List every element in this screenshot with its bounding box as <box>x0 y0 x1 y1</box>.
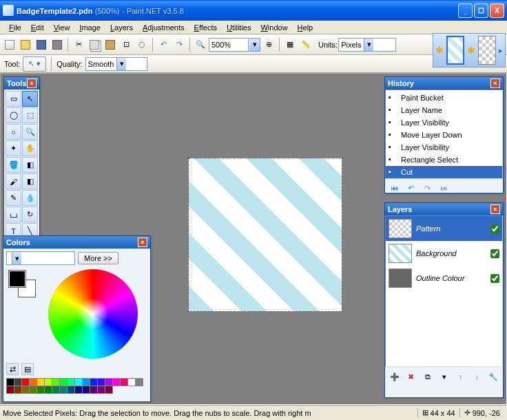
layer-visible-checkbox[interactable] <box>490 224 499 233</box>
delete-layer-button[interactable]: ✖ <box>404 369 419 384</box>
layer-item[interactable]: Background <box>386 241 502 266</box>
close-panel-button[interactable]: × <box>490 78 500 88</box>
history-item[interactable]: ▪Paint Bucket <box>386 92 502 104</box>
layer-visible-checkbox[interactable] <box>490 249 499 258</box>
copy-button[interactable] <box>87 37 102 52</box>
tool-label: Tool: <box>4 60 20 68</box>
close-button[interactable]: X <box>490 3 504 18</box>
close-panel-button[interactable]: × <box>27 78 37 88</box>
layer-item[interactable]: Outline Colour <box>386 266 502 291</box>
layer-item[interactable]: Pattern <box>386 216 502 241</box>
crop-button[interactable]: ⊡ <box>118 37 134 52</box>
layer-props-button[interactable]: 🔧 <box>486 369 501 384</box>
ellipse-select-tool[interactable]: ○ <box>6 124 21 140</box>
document-thumb-1[interactable] <box>446 36 464 65</box>
picker-tool[interactable]: 💧 <box>22 190 38 206</box>
add-layer-button[interactable]: ➕ <box>387 369 402 384</box>
recolor-tool[interactable]: ↻ <box>22 207 38 222</box>
eraser-tool[interactable]: ◧ <box>22 174 38 189</box>
pan-tool[interactable]: ✋ <box>22 140 38 156</box>
color-swatches[interactable] <box>9 271 35 297</box>
move-down-button[interactable]: ↓ <box>469 369 484 384</box>
history-icon: ▪ <box>389 105 398 115</box>
history-title: History <box>388 79 414 87</box>
paste-button[interactable] <box>103 37 118 52</box>
layer-name: Outline Colour <box>416 274 486 282</box>
bucket-tool[interactable]: 🪣 <box>6 157 21 173</box>
history-list[interactable]: ▪New Layer▪Paint Bucket▪Layer Name▪Layer… <box>385 90 503 179</box>
duplicate-layer-button[interactable]: ⧉ <box>420 369 435 384</box>
menu-help[interactable]: Help <box>293 22 318 33</box>
history-item[interactable]: ▪Rectangle Select <box>386 154 502 166</box>
palette-button[interactable]: ▤ <box>21 363 34 375</box>
new-button[interactable] <box>2 37 17 52</box>
close-panel-button[interactable]: × <box>138 238 147 247</box>
ruler-button[interactable]: 📏 <box>298 37 313 52</box>
tool-selector[interactable]: ↖ ▾ <box>23 56 46 72</box>
menu-view[interactable]: View <box>49 22 75 33</box>
layer-name: Background <box>416 249 486 258</box>
history-item[interactable]: ▪Cut <box>386 166 502 178</box>
move-tool[interactable]: ↖ <box>22 91 38 107</box>
status-size: ⊞44 x 44 <box>417 408 459 417</box>
menu-window[interactable]: Window <box>256 22 292 33</box>
menu-effects[interactable]: Effects <box>189 22 222 33</box>
menu-file[interactable]: File <box>4 22 26 33</box>
maximize-button[interactable]: ☐ <box>474 3 488 18</box>
menu-image[interactable]: Image <box>74 22 105 33</box>
open-button[interactable] <box>18 37 33 52</box>
primary-color[interactable] <box>9 271 25 287</box>
move-selection-tool[interactable]: ⬚ <box>22 107 38 123</box>
zoom-dropdown[interactable]: ▾ <box>249 38 260 52</box>
pencil-tool[interactable]: ✎ <box>6 190 21 206</box>
layers-list[interactable]: PatternBackgroundOutline Colour <box>385 216 503 367</box>
history-last-button[interactable]: ⏭ <box>436 180 451 196</box>
cut-button[interactable]: ✂ <box>71 37 86 52</box>
units-select[interactable]: Pixels▾ <box>338 38 396 52</box>
swap-colors-button[interactable]: ⇄ <box>6 363 19 375</box>
more-button[interactable]: More >> <box>78 252 118 264</box>
move-up-button[interactable]: ↑ <box>453 369 468 384</box>
history-icon: ▪ <box>389 143 398 152</box>
history-redo-button[interactable]: ↷ <box>420 180 435 196</box>
gradient-tool[interactable]: ◧ <box>22 157 38 173</box>
quality-select[interactable]: Smooth▾ <box>85 57 147 71</box>
history-first-button[interactable]: ⏮ <box>386 180 402 196</box>
lasso-tool[interactable]: ◯ <box>6 107 21 123</box>
zoom-in-button[interactable]: ⊕ <box>261 37 276 52</box>
zoom-tool[interactable]: 🔍 <box>22 124 38 140</box>
menu-utilities[interactable]: Utilities <box>222 22 256 33</box>
menu-edit[interactable]: Edit <box>26 22 49 33</box>
palette-swatch[interactable] <box>135 378 143 386</box>
rect-select-tool[interactable]: ▭ <box>6 91 21 107</box>
print-button[interactable] <box>50 37 65 52</box>
menu-adjustments[interactable]: Adjustments <box>138 22 189 33</box>
minimize-button[interactable]: _ <box>458 3 473 18</box>
zoom-out-button[interactable]: 🔍 <box>193 37 208 52</box>
clone-tool[interactable]: ⌴ <box>6 207 21 222</box>
wand-tool[interactable]: ✦ <box>6 140 21 156</box>
colors-title: Colors <box>6 238 30 246</box>
merge-layer-button[interactable]: ▾ <box>437 369 452 384</box>
history-item[interactable]: ▪Layer Name <box>386 104 502 116</box>
history-item[interactable]: ▪Move Layer Down <box>386 129 502 141</box>
layer-visible-checkbox[interactable] <box>490 274 499 283</box>
chevron-right-icon[interactable]: ▸ <box>499 46 503 55</box>
history-item[interactable]: ▪Layer Visibility <box>386 141 502 154</box>
hue-wheel[interactable] <box>48 269 138 359</box>
canvas[interactable] <box>188 158 342 312</box>
brush-tool[interactable]: 🖌 <box>6 174 21 189</box>
document-thumb-2[interactable] <box>478 36 496 65</box>
palette-swatch[interactable] <box>105 386 113 394</box>
close-panel-button[interactable]: × <box>490 204 500 214</box>
history-undo-button[interactable]: ↶ <box>403 180 418 196</box>
save-button[interactable] <box>34 37 49 52</box>
color-mode-select[interactable]: ▾ <box>6 251 75 265</box>
history-item[interactable]: ▪Layer Visibility <box>386 116 502 129</box>
zoom-input[interactable] <box>209 38 249 52</box>
menu-layers[interactable]: Layers <box>105 22 138 33</box>
grid-button[interactable]: ▦ <box>282 37 298 52</box>
deselect-button[interactable]: ◌ <box>134 37 149 52</box>
redo-button[interactable]: ↷ <box>172 37 187 52</box>
undo-button[interactable]: ↶ <box>156 37 171 52</box>
